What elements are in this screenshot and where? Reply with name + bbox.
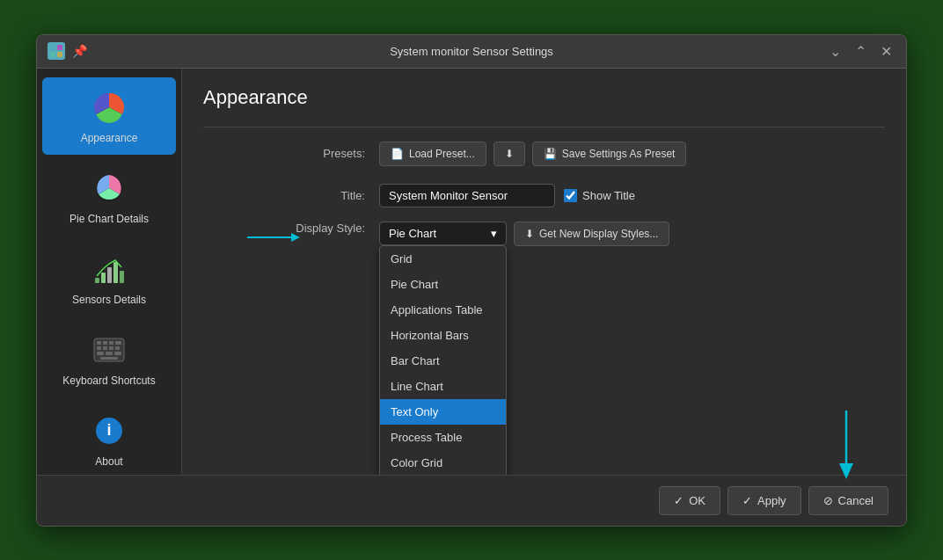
svg-rect-3: [57, 52, 62, 57]
cancel-button[interactable]: ⊘ Cancel: [808, 486, 888, 515]
export-preset-button[interactable]: ⬇: [493, 142, 525, 166]
show-title-checkbox[interactable]: [564, 189, 577, 202]
option-process-table[interactable]: Process Table: [380, 425, 506, 450]
option-bar-chart[interactable]: Bar Chart: [380, 348, 506, 374]
presets-row: Presets: 📄 Load Preset... ⬇ 💾 Save Setti…: [203, 142, 885, 166]
app-icon: [48, 42, 65, 60]
display-style-menu: Grid Pie Chart Applications Table Horizo…: [379, 245, 507, 475]
title-label: Title:: [203, 189, 379, 202]
apply-check-icon: ✓: [742, 494, 752, 507]
display-style-dropdown[interactable]: Pie Chart ▾: [379, 222, 507, 245]
svg-rect-6: [95, 278, 99, 283]
sensors-icon: [90, 250, 128, 288]
load-preset-button[interactable]: 📄 Load Preset...: [379, 142, 486, 166]
svg-rect-23: [100, 357, 118, 360]
main-content: Appearance Presets: 📄 Load Preset... ⬇ 💾…: [182, 69, 906, 475]
option-color-grid[interactable]: Color Grid: [380, 450, 506, 475]
display-style-dropdown-container: Pie Chart ▾ Grid Pie Chart Applications …: [379, 222, 507, 245]
down-arrow-indicator: [837, 411, 855, 475]
ok-check-icon: ✓: [674, 494, 683, 507]
presets-label: Presets:: [203, 147, 379, 160]
option-horizontal-bars[interactable]: Horizontal Bars: [380, 323, 506, 348]
title-row: Title: Show Title: [203, 184, 885, 207]
svg-rect-14: [109, 341, 113, 345]
dropdown-chevron-icon: ▾: [491, 227, 497, 240]
pie-chart-icon: [90, 169, 128, 207]
titlebar-left: 📌: [48, 42, 87, 60]
sidebar-keyboard-label: Keyboard Shortcuts: [62, 375, 155, 387]
display-style-arrow: [247, 229, 300, 246]
pin-icon[interactable]: 📌: [72, 44, 87, 58]
window-title: System monitor Sensor Settings: [390, 45, 553, 58]
svg-rect-0: [50, 45, 55, 50]
footer: ✓ OK ✓ Apply ⊘ Cancel: [37, 475, 906, 526]
page-title: Appearance: [203, 86, 885, 109]
svg-rect-1: [57, 45, 62, 50]
keyboard-icon: [90, 331, 128, 369]
save-preset-button[interactable]: 💾 Save Settings As Preset: [532, 142, 687, 166]
svg-rect-13: [103, 341, 107, 345]
svg-rect-20: [97, 352, 104, 355]
cancel-icon: ⊘: [823, 494, 833, 507]
separator: [203, 127, 885, 127]
sidebar-item-appearance[interactable]: Appearance: [42, 77, 176, 155]
sidebar-item-pie-chart-details[interactable]: Pie Chart Details: [42, 158, 176, 236]
get-styles-button[interactable]: ⬇ Get New Display Styles...: [514, 222, 669, 246]
svg-rect-2: [50, 52, 55, 57]
svg-rect-17: [103, 346, 107, 350]
titlebar: 📌 System monitor Sensor Settings ⌄ ⌃ ✕: [37, 35, 906, 69]
title-input[interactable]: [379, 184, 555, 207]
sidebar-about-label: About: [95, 455, 122, 468]
svg-rect-12: [97, 341, 101, 345]
svg-rect-22: [114, 352, 121, 355]
svg-rect-16: [97, 346, 101, 350]
svg-rect-10: [120, 271, 124, 283]
sidebar-appearance-label: Appearance: [81, 132, 138, 144]
display-style-row: Display Style: Pie Chart ▾ Grid Pie Char…: [203, 222, 885, 246]
preset-buttons: 📄 Load Preset... ⬇ 💾 Save Settings As Pr…: [379, 142, 686, 166]
export-icon: ⬇: [505, 148, 514, 160]
svg-rect-7: [101, 273, 106, 283]
svg-rect-19: [115, 346, 120, 350]
option-grid[interactable]: Grid: [380, 246, 506, 272]
load-icon: 📄: [391, 148, 404, 160]
svg-rect-15: [115, 341, 121, 345]
svg-rect-8: [107, 267, 112, 283]
save-icon: 💾: [544, 148, 557, 160]
titlebar-controls: ⌄ ⌃ ✕: [826, 41, 895, 62]
settings-window: 📌 System monitor Sensor Settings ⌄ ⌃ ✕: [36, 34, 907, 527]
svg-rect-21: [106, 352, 113, 355]
sidebar: Appearance Pie Chart Details: [37, 69, 182, 475]
option-pie-chart[interactable]: Pie Chart: [380, 272, 506, 297]
close-button[interactable]: ✕: [877, 41, 895, 62]
appearance-icon: [90, 88, 128, 127]
download-icon: ⬇: [525, 228, 534, 240]
sidebar-sensors-label: Sensors Details: [72, 294, 146, 306]
apply-button[interactable]: ✓ Apply: [727, 486, 801, 515]
content-area: Appearance Pie Chart Details: [37, 69, 906, 475]
sidebar-item-sensors-details[interactable]: Sensors Details: [42, 239, 176, 316]
svg-rect-18: [109, 346, 113, 350]
ok-button[interactable]: ✓ OK: [659, 486, 720, 515]
option-text-only[interactable]: Text Only: [380, 399, 506, 425]
sidebar-item-keyboard-shortcuts[interactable]: Keyboard Shortcuts: [42, 320, 176, 397]
option-line-chart[interactable]: Line Chart: [380, 374, 506, 399]
sidebar-item-about[interactable]: i About: [42, 401, 176, 475]
svg-marker-27: [839, 463, 853, 475]
option-applications-table[interactable]: Applications Table: [380, 297, 506, 323]
minimize-button[interactable]: ⌄: [826, 41, 844, 62]
svg-rect-9: [113, 262, 118, 283]
show-title-label: Show Title: [564, 189, 635, 202]
maximize-button[interactable]: ⌃: [852, 41, 870, 62]
sidebar-pie-label: Pie Chart Details: [69, 213, 149, 225]
about-icon: i: [90, 411, 128, 450]
svg-marker-25: [291, 233, 300, 242]
